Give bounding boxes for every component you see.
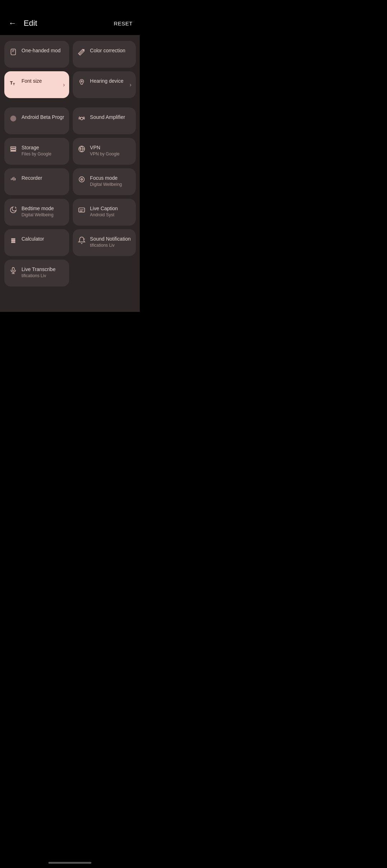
sound-notification-text: Sound Notification tifications Liv bbox=[90, 236, 131, 248]
vpn-icon bbox=[78, 145, 86, 154]
focus-mode-sublabel: Digital Wellbeing bbox=[90, 182, 131, 187]
svg-point-21 bbox=[13, 240, 14, 241]
svg-rect-7 bbox=[11, 147, 16, 148]
back-button[interactable]: ← bbox=[7, 17, 18, 29]
storage-icon bbox=[9, 145, 17, 154]
calculator-label: Calculator bbox=[22, 236, 64, 242]
svg-rect-11 bbox=[14, 177, 14, 181]
live-caption-icon bbox=[78, 206, 86, 215]
vpn-text: VPN VPN by Google bbox=[90, 144, 131, 156]
svg-text:T: T bbox=[10, 80, 13, 86]
tile-storage[interactable]: Storage Files by Google bbox=[4, 138, 69, 165]
tile-calculator[interactable]: Calculator bbox=[4, 229, 69, 256]
live-transcribe-text: Live Transcribe tifications Liv bbox=[22, 266, 64, 278]
tile-live-caption[interactable]: Live Caption Android Syst bbox=[73, 199, 136, 226]
sound-amplifier-icon bbox=[78, 115, 86, 124]
svg-point-26 bbox=[14, 242, 15, 243]
svg-rect-9 bbox=[11, 151, 16, 151]
tile-one-handed-mode[interactable]: One-handed mod bbox=[4, 41, 69, 68]
sound-amplifier-text: Sound Amplifier bbox=[90, 114, 131, 120]
live-caption-label: Live Caption bbox=[90, 205, 131, 212]
svg-text:T: T bbox=[13, 82, 15, 86]
svg-rect-8 bbox=[11, 149, 16, 150]
bedtime-mode-icon bbox=[9, 206, 17, 215]
tile-live-transcribe[interactable]: Live Transcribe tifications Liv bbox=[4, 260, 69, 286]
svg-rect-13 bbox=[15, 178, 16, 180]
hearing-device-icon bbox=[78, 78, 86, 87]
tile-sound-amplifier[interactable]: Sound Amplifier bbox=[73, 107, 136, 134]
svg-point-23 bbox=[14, 240, 15, 241]
sound-notification-sublabel: tifications Liv bbox=[90, 243, 131, 248]
focus-mode-text: Focus mode Digital Wellbeing bbox=[90, 175, 131, 187]
focus-mode-icon bbox=[78, 175, 86, 184]
font-size-label: Font size bbox=[22, 78, 64, 84]
tile-hearing-device[interactable]: Hearing device › bbox=[73, 71, 136, 98]
live-transcribe-sublabel: tifications Liv bbox=[22, 273, 64, 278]
color-correction-icon bbox=[78, 48, 86, 57]
tile-color-correction[interactable]: Color correction bbox=[73, 41, 136, 68]
recorder-label: Recorder bbox=[22, 175, 64, 181]
storage-sublabel: Files by Google bbox=[22, 151, 64, 156]
storage-text: Storage Files by Google bbox=[22, 144, 64, 156]
svg-rect-27 bbox=[12, 267, 14, 271]
storage-label: Storage bbox=[22, 144, 64, 151]
svg-point-20 bbox=[11, 240, 13, 241]
svg-point-24 bbox=[11, 242, 13, 243]
svg-point-22 bbox=[14, 238, 15, 240]
tile-android-beta[interactable]: Android Beta Progr bbox=[4, 107, 69, 134]
bedtime-mode-text: Bedtime mode Digital Wellbeing bbox=[22, 205, 64, 217]
tiles-grid: One-handed mod Color correction T T bbox=[4, 41, 135, 286]
one-handed-mode-label: One-handed mod bbox=[22, 47, 64, 54]
font-size-arrow: › bbox=[63, 82, 65, 88]
svg-point-18 bbox=[11, 238, 13, 240]
hearing-device-text: Hearing device bbox=[90, 78, 131, 84]
tile-sound-notification[interactable]: Sound Notification tifications Liv bbox=[73, 229, 136, 256]
android-beta-label: Android Beta Progr bbox=[22, 114, 64, 120]
svg-point-6 bbox=[80, 117, 83, 120]
tile-recorder[interactable]: Recorder bbox=[4, 168, 69, 195]
live-transcribe-icon bbox=[9, 267, 17, 276]
live-transcribe-label: Live Transcribe bbox=[22, 266, 64, 273]
live-caption-sublabel: Android Syst bbox=[90, 212, 131, 217]
sound-notification-icon bbox=[78, 236, 86, 245]
recorder-text: Recorder bbox=[22, 175, 64, 181]
bedtime-mode-sublabel: Digital Wellbeing bbox=[22, 212, 64, 217]
one-handed-icon bbox=[9, 48, 17, 57]
one-handed-mode-text: One-handed mod bbox=[22, 47, 64, 54]
page-title: Edit bbox=[24, 19, 37, 28]
android-beta-text: Android Beta Progr bbox=[22, 114, 64, 120]
calculator-text: Calculator bbox=[22, 236, 64, 242]
svg-point-4 bbox=[81, 81, 82, 82]
header: ← Edit RESET bbox=[0, 0, 140, 35]
recorder-icon bbox=[9, 175, 17, 184]
vpn-sublabel: VPN by Google bbox=[90, 151, 131, 156]
svg-point-5 bbox=[10, 116, 16, 122]
tiles-grid-container: One-handed mod Color correction T T bbox=[0, 35, 140, 312]
reset-button[interactable]: RESET bbox=[114, 20, 133, 26]
tile-bedtime-mode[interactable]: Bedtime mode Digital Wellbeing bbox=[4, 199, 69, 226]
svg-rect-0 bbox=[11, 49, 16, 55]
tile-font-size[interactable]: T T Font size › bbox=[4, 71, 69, 98]
color-correction-label: Color correction bbox=[90, 47, 131, 54]
svg-point-25 bbox=[13, 242, 14, 243]
font-size-text: Font size bbox=[22, 78, 64, 84]
calculator-icon bbox=[9, 236, 17, 245]
tile-focus-mode[interactable]: Focus mode Digital Wellbeing bbox=[73, 168, 136, 195]
live-caption-text: Live Caption Android Syst bbox=[90, 205, 131, 217]
svg-rect-12 bbox=[11, 178, 12, 180]
sound-notification-label: Sound Notification bbox=[90, 236, 131, 242]
vpn-label: VPN bbox=[90, 144, 131, 151]
sound-amplifier-label: Sound Amplifier bbox=[90, 114, 131, 120]
hearing-device-arrow: › bbox=[129, 82, 131, 88]
tile-vpn[interactable]: VPN VPN by Google bbox=[73, 138, 136, 165]
svg-point-16 bbox=[82, 179, 82, 180]
focus-mode-label: Focus mode bbox=[90, 175, 131, 181]
hearing-device-label: Hearing device bbox=[90, 78, 131, 84]
bedtime-mode-label: Bedtime mode bbox=[22, 205, 64, 212]
android-beta-icon bbox=[9, 115, 17, 124]
spacer-row bbox=[4, 102, 136, 104]
svg-point-1 bbox=[83, 49, 84, 50]
svg-point-19 bbox=[13, 238, 14, 240]
font-size-icon: T T bbox=[9, 78, 17, 87]
svg-rect-10 bbox=[12, 178, 13, 180]
